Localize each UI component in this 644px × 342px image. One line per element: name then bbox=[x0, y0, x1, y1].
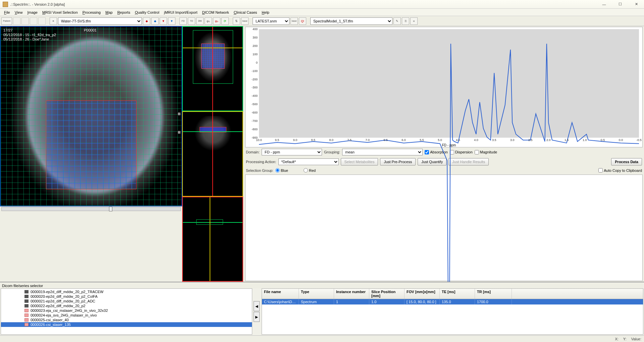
tree-item[interactable]: 0000024-eja_svs_2HG_mslaser_in_vivo bbox=[1, 313, 252, 318]
x-tick: -0.5 bbox=[636, 138, 642, 142]
scout-coronal[interactable] bbox=[182, 111, 243, 196]
close-button[interactable]: ✕ bbox=[631, 1, 641, 8]
dicom-selector-panel: Dicom file/series selector 0000019-ep2d_… bbox=[0, 282, 644, 335]
table-header-cell[interactable]: Slice Position [mm] bbox=[369, 289, 405, 299]
spectrum-panel: 4003002001000-100-200-300-400-500-600-70… bbox=[243, 26, 644, 282]
x-tick: 5.5 bbox=[420, 138, 424, 142]
dicom-tree[interactable]: 0000019-ep2d_diff_mddw_20_p2_TRACEW00000… bbox=[1, 288, 252, 335]
toolbar-phi0[interactable]: φ₀ bbox=[205, 17, 212, 25]
toolbar-baseline[interactable]: base bbox=[241, 17, 249, 25]
handle-right-2[interactable] bbox=[177, 131, 181, 134]
tree-item-label: 0000024-eja_svs_2HG_mslaser_in_vivo bbox=[31, 313, 97, 317]
toolbar-offset-td[interactable]: TD bbox=[188, 17, 195, 25]
toolbar-tdfd-2[interactable]: ◆ bbox=[151, 17, 159, 25]
tree-item[interactable]: 0000021-ep2d_diff_mddw_20_p2_ADC bbox=[1, 299, 252, 303]
table-header-cell[interactable]: File name bbox=[262, 289, 299, 299]
main-image-viewer[interactable]: 17/27 05/12/2018 - 15 - t1_fl2d_tra_p2 0… bbox=[0, 26, 182, 206]
toolbar-btn-4[interactable] bbox=[30, 17, 37, 25]
table-header-cell[interactable]: FOV [mm]x[mm] bbox=[405, 289, 440, 299]
handle-right-1[interactable] bbox=[177, 112, 181, 116]
toolbar-copy-model[interactable]: ⎘ bbox=[402, 17, 409, 25]
chain-icon[interactable]: ⚭ bbox=[50, 17, 57, 25]
toolbar-btn-patient[interactable]: Patient bbox=[1, 17, 12, 25]
y-tick: -400 bbox=[252, 94, 258, 97]
menu-file[interactable]: File bbox=[2, 10, 12, 15]
tree-item[interactable]: 0000025-csi_slaser_40 bbox=[1, 318, 252, 322]
tree-item-label: 0000023-eja_csi_mslaser_2HG_in_vivo_32x3… bbox=[31, 309, 108, 313]
menu-help[interactable]: Help bbox=[260, 10, 271, 15]
menu-dicom-network[interactable]: DICOM Network bbox=[200, 10, 231, 15]
model-select[interactable]: SpectralModel_1_5T.tfm bbox=[310, 17, 392, 25]
spectrum-chart[interactable]: 4003002001000-100-200-300-400-500-600-70… bbox=[245, 27, 643, 147]
tree-item[interactable]: 0000020-ep2d_diff_mddw_20_p2_ColFA bbox=[1, 294, 252, 299]
tree-item[interactable]: 0000022-ep2d_diff_mddw_20_p2 bbox=[1, 303, 252, 308]
tree-item-label: 0000020-ep2d_diff_mddw_20_p2_ColFA bbox=[31, 294, 98, 298]
dicom-scroll-up[interactable]: ◀ bbox=[254, 301, 260, 311]
toolbar-flip[interactable]: ⇅ bbox=[233, 17, 240, 25]
toolbar-btn-3[interactable] bbox=[21, 17, 29, 25]
toolbar-edit-model[interactable]: ✎ bbox=[393, 17, 401, 25]
table-cell: 1.0 bbox=[369, 299, 405, 304]
menu-image[interactable]: Image bbox=[25, 10, 40, 15]
toolbar-refresh[interactable]: ⟳ bbox=[221, 17, 229, 25]
y-tick: 200 bbox=[253, 44, 258, 48]
table-header-cell[interactable]: TE [ms] bbox=[440, 289, 475, 299]
scout-coronal-brain bbox=[193, 116, 233, 163]
menu-processing[interactable]: Processing bbox=[80, 10, 103, 15]
slice-slider[interactable] bbox=[1, 207, 181, 211]
dicom-scroll-down[interactable]: ▶ bbox=[254, 312, 260, 322]
minimize-button[interactable]: — bbox=[599, 1, 609, 8]
menu-reports[interactable]: Reports bbox=[115, 10, 132, 15]
scout-column bbox=[182, 26, 243, 282]
toolbar-apod[interactable]: ▼ bbox=[160, 17, 167, 25]
toolbar-apod2[interactable]: ▼ bbox=[168, 17, 175, 25]
maximize-button[interactable]: ☐ bbox=[615, 1, 625, 8]
menu-mrsi-voxel-selection[interactable]: MRSI Voxel Selection bbox=[40, 10, 80, 15]
series-icon bbox=[24, 304, 29, 307]
table-header-cell[interactable]: Instance number bbox=[334, 289, 369, 299]
table-cell: 1700.0 bbox=[475, 299, 512, 304]
tree-item[interactable]: 0000019-ep2d_diff_mddw_20_p2_TRACEW bbox=[1, 289, 252, 294]
table-header-cell[interactable]: TR [ms] bbox=[475, 289, 512, 299]
tree-item-label: 0000021-ep2d_diff_mddw_20_p2_ADC bbox=[31, 299, 95, 303]
tree-item[interactable]: 0000026-csi_slaser_135 bbox=[1, 322, 252, 327]
overlay-patient-name: 05/12/2018 - 26 - Doe^Jane bbox=[3, 37, 49, 41]
voi-box-red bbox=[46, 100, 137, 189]
x-tick: 6.0 bbox=[401, 138, 406, 142]
tree-item[interactable]: 0000023-eja_csi_mslaser_2HG_in_vivo_32x3… bbox=[1, 308, 252, 313]
menu-view[interactable]: View bbox=[13, 10, 25, 15]
x-tick: 8.5 bbox=[311, 138, 316, 142]
toolbar-tdfd-1[interactable]: ◆ bbox=[143, 17, 150, 25]
slice-indicator: 17/27 bbox=[3, 28, 13, 32]
menu-map[interactable]: Map bbox=[103, 10, 114, 15]
table-header-cell[interactable]: Type bbox=[299, 289, 334, 299]
table-cell: 1 bbox=[334, 299, 369, 304]
status-x: X: bbox=[615, 337, 618, 341]
x-tick: 10.0 bbox=[256, 138, 262, 142]
y-tick: 0 bbox=[256, 61, 258, 64]
toolbar-list-model[interactable]: ≡ bbox=[410, 17, 418, 25]
y-tick: -300 bbox=[252, 86, 258, 89]
tfm-select[interactable]: Water-7T-SVS.tfm bbox=[58, 17, 142, 25]
y-tick: -800 bbox=[252, 128, 258, 131]
toolbar-btn-5[interactable] bbox=[38, 17, 46, 25]
dicom-table-row[interactable]: C:\Users\johan\Doc...Spectrum11.0[ 15.0,… bbox=[262, 299, 643, 304]
window-controls: — ☐ ✕ bbox=[599, 1, 641, 8]
status-y: Y: bbox=[623, 337, 627, 341]
scout-sagittal[interactable] bbox=[182, 197, 243, 282]
menu-clinical-cases[interactable]: Clinical Cases bbox=[232, 10, 259, 15]
scout-axial[interactable] bbox=[182, 26, 243, 111]
chart-plot-area bbox=[259, 29, 639, 138]
toolbar-snm-edit[interactable]: base bbox=[290, 17, 298, 25]
domain-label: Domain: bbox=[246, 150, 260, 154]
toolbar-offset-fd[interactable]: FD bbox=[179, 17, 187, 25]
toolbar-phi0b[interactable]: φ₀ bbox=[213, 17, 220, 25]
toolbar-q[interactable]: Q! bbox=[299, 17, 306, 25]
x-tick: 1.0 bbox=[583, 138, 587, 142]
toolbar-zero-fill[interactable]: 0fill bbox=[196, 17, 204, 25]
menu-quality-control[interactable]: Quality Control bbox=[133, 10, 161, 15]
x-tick: 0.5 bbox=[601, 138, 605, 142]
menu-jmrui-import-export[interactable]: jMRUI Import/Export bbox=[162, 10, 200, 15]
snm-select[interactable]: LATEST.snm bbox=[253, 17, 289, 25]
toolbar-btn-2[interactable] bbox=[13, 17, 20, 25]
